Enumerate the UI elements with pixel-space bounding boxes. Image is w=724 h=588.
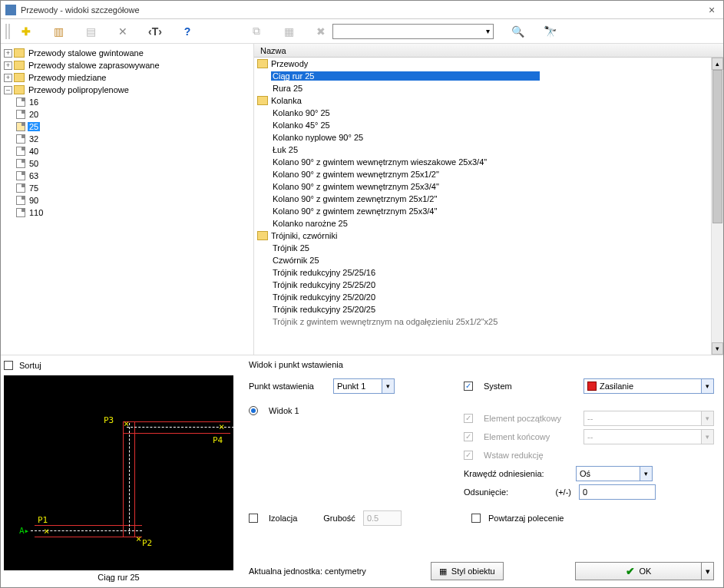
left-pane: +Przewody stalowe gwintowane +Przewody s… xyxy=(1,44,254,355)
find-icon[interactable]: 🔭 xyxy=(541,23,558,40)
tree-item[interactable]: 50 xyxy=(16,157,250,170)
tools-icon[interactable]: ✕ xyxy=(114,23,131,40)
style-button[interactable]: ▦ Styl obiektu xyxy=(431,562,504,580)
list-item[interactable]: Czwórnik 25 xyxy=(254,254,711,266)
list-group[interactable]: Kolanka xyxy=(254,94,711,107)
scrollbar-vertical[interactable]: ▴ ▾ xyxy=(711,58,723,355)
point-label: P4 xyxy=(213,435,223,445)
dialog-window: Przewody - widoki szczegółowe × ✚ ▥ ▤ ✕ … xyxy=(0,0,724,588)
point-label: P2 xyxy=(142,538,152,548)
scroll-up-icon[interactable]: ▴ xyxy=(712,58,723,70)
check-icon: ✔ xyxy=(626,565,635,577)
list-item[interactable]: Kolano 90° z gwintem zewnętrznym 25x3/4" xyxy=(254,205,711,217)
element-pocz-label: Element początkowy xyxy=(484,414,576,423)
insertion-panel: Widok i punkt wstawienia Punkt wstawieni… xyxy=(236,355,723,587)
tree-item[interactable]: 90 xyxy=(16,194,250,206)
izolacja-label: Izolacja xyxy=(269,514,297,523)
list-item[interactable]: Kolano 90° z gwintem wewnętrznym wieszak… xyxy=(254,156,711,168)
tree-item[interactable]: 40 xyxy=(16,145,250,157)
list-item[interactable]: Kolano 90° z gwintem wewnętrznym 25x1/2" xyxy=(254,168,711,180)
krawedz-label: Krawędź odniesienia: xyxy=(464,469,568,478)
tree-item-selected[interactable]: 25 xyxy=(16,121,250,133)
tree-item[interactable]: 20 xyxy=(16,108,250,121)
tree-item[interactable]: 32 xyxy=(16,133,250,145)
sort-checkbox[interactable] xyxy=(4,361,13,370)
add-icon[interactable]: ✚ xyxy=(18,23,35,40)
app-icon xyxy=(5,5,16,15)
list-item[interactable]: Trójnik redukcyjny 25/25/20 xyxy=(254,279,711,291)
grubosc-input xyxy=(363,510,402,526)
filter-combo[interactable]: ▾ xyxy=(332,24,494,39)
widok1-radio[interactable] xyxy=(249,406,258,415)
list-item[interactable]: Rura 25 xyxy=(254,82,711,94)
text-icon[interactable]: ‹T› xyxy=(147,23,164,40)
preview-pane: Sortuj A▸ × × × × xyxy=(1,355,236,587)
izolacja-checkbox[interactable] xyxy=(249,514,258,523)
units-label: Aktualna jednostka: centymetry xyxy=(249,567,366,576)
item-list[interactable]: Przewody Ciąg rur 25 Rura 25 Kolanka Kol… xyxy=(254,58,711,355)
tree-folder[interactable]: +Przewody miedziane xyxy=(4,71,250,84)
properties-icon[interactable]: ▥ xyxy=(50,23,67,40)
tree-folder[interactable]: +Przewody stalowe zaprasowywane xyxy=(4,59,250,71)
search-icon[interactable]: 🔍 xyxy=(509,23,526,40)
krawedz-select[interactable]: Oś▾ xyxy=(576,466,653,481)
powtarzaj-checkbox[interactable] xyxy=(471,514,481,523)
odsun-input[interactable] xyxy=(579,484,656,500)
toolbar: ✚ ▥ ▤ ✕ ‹T› ? ⧉ ▦ ✖ ▾ 🔍 🔭 xyxy=(1,19,723,44)
list-item[interactable]: Kolanko narożne 25 xyxy=(254,217,711,230)
scroll-down-icon[interactable]: ▾ xyxy=(712,342,723,355)
tree-folder[interactable]: +Przewody stalowe gwintowane xyxy=(4,47,250,59)
list-item[interactable]: Trójnik redukcyjny 25/20/25 xyxy=(254,303,711,315)
ok-button[interactable]: ✔ OK xyxy=(575,562,702,580)
odsun-label: Odsunięcie: xyxy=(464,487,533,497)
list-item[interactable]: Kolano 90° z gwintem zewnętrznym 25x1/2" xyxy=(254,193,711,205)
wstaw-redukcje-label: Wstaw redukcję xyxy=(484,451,544,460)
tree-view[interactable]: +Przewody stalowe gwintowane +Przewody s… xyxy=(1,44,253,355)
list-item[interactable]: Trójnik z gwintem wewnętrznym na odgałęz… xyxy=(254,315,711,328)
system-select[interactable]: Zasilanie▾ xyxy=(583,378,714,394)
help-icon[interactable]: ? xyxy=(179,23,196,40)
element-pocz-select: --▾ xyxy=(583,411,714,426)
list-item[interactable]: Trójnik redukcyjny 25/20/20 xyxy=(254,291,711,303)
ok-split-arrow[interactable]: ▾ xyxy=(702,562,714,580)
system-label: System xyxy=(484,382,576,391)
style-icon: ▦ xyxy=(439,567,447,576)
preview-canvas[interactable]: A▸ × × × × P1 P2 P3 P4 xyxy=(4,375,233,570)
tree-item[interactable]: 16 xyxy=(16,96,250,108)
right-pane: Nazwa Przewody Ciąg rur 25 Rura 25 Kolan… xyxy=(254,44,723,355)
system-checkbox[interactable] xyxy=(464,382,473,391)
swatch-icon xyxy=(587,382,597,391)
list-item[interactable]: Trójnik 25 xyxy=(254,242,711,254)
lower-panel: Sortuj A▸ × × × × xyxy=(1,355,723,587)
tree-item[interactable]: 110 xyxy=(16,206,250,219)
tree-item[interactable]: 75 xyxy=(16,182,250,194)
list-group[interactable]: Przewody xyxy=(254,58,711,70)
list-header[interactable]: Nazwa xyxy=(254,44,723,58)
scroll-thumb[interactable] xyxy=(712,70,722,223)
punkt-select[interactable]: Punkt 1▾ xyxy=(333,378,395,394)
list-item[interactable]: Trójnik redukcyjny 25/25/16 xyxy=(254,266,711,279)
tree-folder-open[interactable]: –Przewody polipropylenowe xyxy=(4,84,250,96)
grubosc-label: Grubość xyxy=(323,514,355,523)
point-label: P3 xyxy=(104,415,114,425)
copy-icon[interactable]: ⧉ xyxy=(248,23,265,40)
close-button[interactable]: × xyxy=(705,4,719,16)
list-group[interactable]: Trójniki, czwórniki xyxy=(254,230,711,242)
element-pocz-checkbox xyxy=(464,414,473,423)
list-icon[interactable]: ▤ xyxy=(82,23,99,40)
list-item[interactable]: Kolanko 90° 25 xyxy=(254,107,711,119)
paste-icon[interactable]: ▦ xyxy=(280,23,297,40)
wstaw-redukcje-checkbox xyxy=(464,451,473,460)
element-konc-label: Element końcowy xyxy=(484,432,576,441)
list-item[interactable]: Kolanko 45° 25 xyxy=(254,119,711,131)
list-item-selected[interactable]: Ciąg rur 25 xyxy=(254,70,711,82)
widok1-label: Widok 1 xyxy=(269,406,299,415)
list-item[interactable]: Kolano 90° z gwintem wewnętrznym 25x3/4" xyxy=(254,180,711,193)
list-item[interactable]: Kolanko nyplowe 90° 25 xyxy=(254,131,711,144)
tree-item[interactable]: 63 xyxy=(16,170,250,182)
element-konc-select: --▾ xyxy=(583,429,714,444)
list-item[interactable]: Łuk 25 xyxy=(254,144,711,156)
preview-caption: Ciąg rur 25 xyxy=(4,570,233,584)
delete-icon[interactable]: ✖ xyxy=(312,23,329,40)
toolbar-grip xyxy=(5,24,10,39)
